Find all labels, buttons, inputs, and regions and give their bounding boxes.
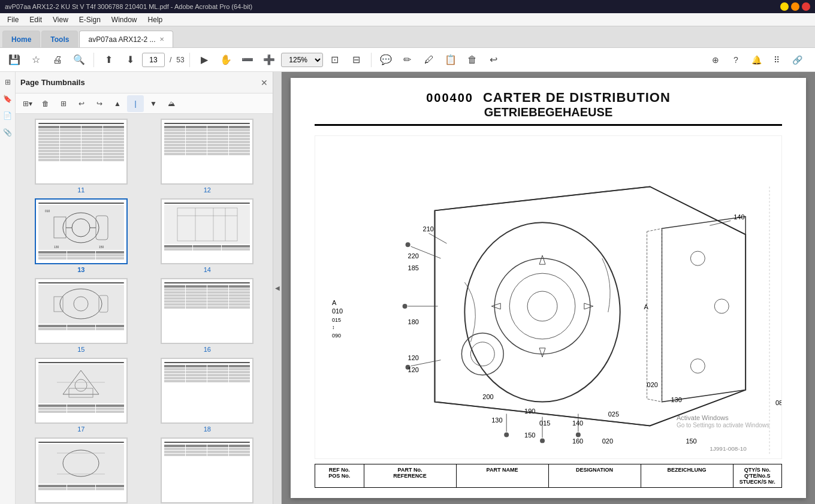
- apps-button[interactable]: ⠿: [768, 52, 785, 68]
- menu-file[interactable]: File: [2, 14, 23, 25]
- comment-button[interactable]: 💬: [376, 50, 396, 70]
- pdf-content-area[interactable]: 000400 CARTER DE DISTRIBUTION GETRIEBEGE…: [282, 72, 815, 504]
- thumbnail-20[interactable]: 20: [147, 437, 268, 504]
- thumb-img-11: [35, 119, 128, 185]
- svg-text:180: 180: [408, 318, 419, 325]
- thumb-mountain-btn[interactable]: ⛰: [163, 95, 180, 112]
- page-total: 53: [176, 56, 184, 64]
- zoom-out-button[interactable]: ➖: [238, 50, 257, 70]
- menu-view[interactable]: View: [48, 14, 73, 25]
- thumb-up-btn[interactable]: ▲: [109, 95, 126, 112]
- sidebar-collapse-handle[interactable]: ◀: [273, 72, 282, 504]
- svg-point-1: [72, 219, 90, 237]
- thumbnail-15[interactable]: 15: [20, 278, 142, 353]
- left-icon-pages[interactable]: 📄: [1, 109, 14, 122]
- svg-point-18: [75, 379, 87, 391]
- hand-tool-button[interactable]: ✋: [216, 50, 236, 70]
- thumb-redo-btn[interactable]: ↪: [91, 95, 108, 112]
- zoom-select[interactable]: 50% 75% 100% 125% 150% 200%: [281, 53, 323, 67]
- svg-text:015: 015: [539, 420, 550, 427]
- svg-point-15: [74, 297, 88, 311]
- svg-point-31: [494, 258, 590, 354]
- svg-point-33: [527, 291, 557, 321]
- fit-width-button[interactable]: ⊟: [347, 50, 366, 70]
- svg-text:130: 130: [491, 417, 502, 424]
- save-button[interactable]: 💾: [5, 50, 24, 70]
- maximize-btn[interactable]: [791, 2, 799, 11]
- thumbnail-18[interactable]: 18: [147, 358, 268, 433]
- search-button[interactable]: 🔍: [70, 50, 89, 70]
- thumbnail-17[interactable]: 17: [20, 358, 142, 433]
- sidebar: Page Thumbnails ✕ ⊞▾ 🗑 ⊞ ↩ ↪ ▲ | ▼ ⛰: [16, 72, 273, 504]
- pdf-header: 000400 CARTER DE DISTRIBUTION GETRIEBEGE…: [315, 90, 782, 126]
- zoom-in-button[interactable]: ➕: [259, 50, 279, 70]
- svg-text:120: 120: [408, 366, 419, 373]
- svg-text:A: A: [644, 303, 649, 310]
- thumbnail-11[interactable]: 11: [20, 119, 142, 194]
- thumb-current-marker: |: [127, 95, 144, 112]
- svg-text:140: 140: [572, 420, 583, 427]
- thumbnail-19[interactable]: 19: [20, 437, 142, 504]
- svg-text:210: 210: [423, 225, 434, 233]
- toolbar-separator-1: [93, 53, 94, 67]
- svg-text:150: 150: [686, 437, 696, 445]
- sidebar-title: Page Thumbnails: [20, 78, 85, 87]
- thumbnails-container[interactable]: 11: [16, 114, 273, 504]
- svg-text:A: A: [332, 299, 337, 306]
- prev-page-button[interactable]: ⬆: [99, 50, 118, 70]
- tab-tools[interactable]: Tools: [41, 31, 78, 47]
- thumb-img-17: [35, 358, 128, 424]
- svg-text:015: 015: [332, 317, 341, 323]
- page-input[interactable]: [142, 53, 165, 67]
- link-button[interactable]: 🔗: [789, 52, 805, 68]
- svg-text:090: 090: [332, 333, 341, 339]
- undo-button[interactable]: ↩: [484, 50, 503, 70]
- menu-window[interactable]: Window: [107, 14, 142, 25]
- svg-line-81: [434, 186, 650, 210]
- delete-button[interactable]: 🗑: [463, 50, 482, 70]
- highlight-button[interactable]: 🖊: [419, 50, 439, 70]
- thumb-label-12: 12: [204, 186, 211, 194]
- bookmark-button[interactable]: ☆: [26, 50, 46, 70]
- svg-point-42: [403, 304, 408, 309]
- thumbnail-13[interactable]: 010 130 150 13: [20, 198, 142, 273]
- help-button[interactable]: ?: [728, 52, 744, 68]
- thumb-view-btn[interactable]: ⊞▾: [19, 95, 36, 112]
- thumb-undo-btn[interactable]: ↩: [73, 95, 90, 112]
- menu-help[interactable]: Help: [143, 14, 168, 25]
- stamp-button[interactable]: 📋: [441, 50, 460, 70]
- minimize-btn[interactable]: [780, 2, 789, 11]
- share-button[interactable]: ⊕: [707, 52, 724, 68]
- left-icon-attach[interactable]: 📎: [1, 126, 14, 139]
- menu-edit[interactable]: Edit: [25, 14, 47, 25]
- svg-point-37: [714, 299, 729, 313]
- next-page-button[interactable]: ⬇: [120, 50, 140, 70]
- thumbnail-16[interactable]: 16: [147, 278, 268, 353]
- thumbnail-14[interactable]: 14: [147, 198, 268, 273]
- left-icon-bookmark[interactable]: 🔖: [1, 92, 14, 105]
- menu-esign[interactable]: E-Sign: [74, 14, 105, 25]
- tab-home[interactable]: Home: [2, 31, 40, 47]
- fit-page-button[interactable]: ⊡: [325, 50, 345, 70]
- right-toolbar: ⊕ ? 🔔 ⠿ 🔗: [707, 52, 810, 68]
- print-button[interactable]: 🖨: [48, 50, 67, 70]
- sidebar-close-btn[interactable]: ✕: [261, 78, 268, 87]
- thumb-img-19: [35, 437, 128, 503]
- left-icon-home[interactable]: ⊞: [1, 76, 14, 89]
- thumb-label-13: 13: [77, 266, 84, 273]
- toolbar: 💾 ☆ 🖨 🔍 ⬆ ⬇ / 53 ▶ ✋ ➖ ➕ 50% 75% 100% 12…: [0, 48, 815, 72]
- close-btn[interactable]: [802, 2, 810, 11]
- toolbar-separator-3: [371, 53, 372, 67]
- tab-document[interactable]: avP07aa ARX12-2 ... ✕: [79, 31, 173, 47]
- thumb-delete-btn[interactable]: 🗑: [37, 95, 54, 112]
- thumb-insert-btn[interactable]: ⊞: [55, 95, 72, 112]
- select-tool-button[interactable]: ▶: [195, 50, 214, 70]
- notifications-button[interactable]: 🔔: [748, 52, 765, 68]
- pdf-title-fr: CARTER DE DISTRIBUTION: [483, 90, 671, 105]
- thumbnail-12[interactable]: 12: [147, 119, 268, 194]
- svg-text:120: 120: [408, 354, 419, 361]
- pen-button[interactable]: ✏: [398, 50, 417, 70]
- svg-text:130: 130: [54, 245, 59, 249]
- tab-close-btn[interactable]: ✕: [159, 36, 164, 43]
- thumb-down-btn[interactable]: ▼: [145, 95, 162, 112]
